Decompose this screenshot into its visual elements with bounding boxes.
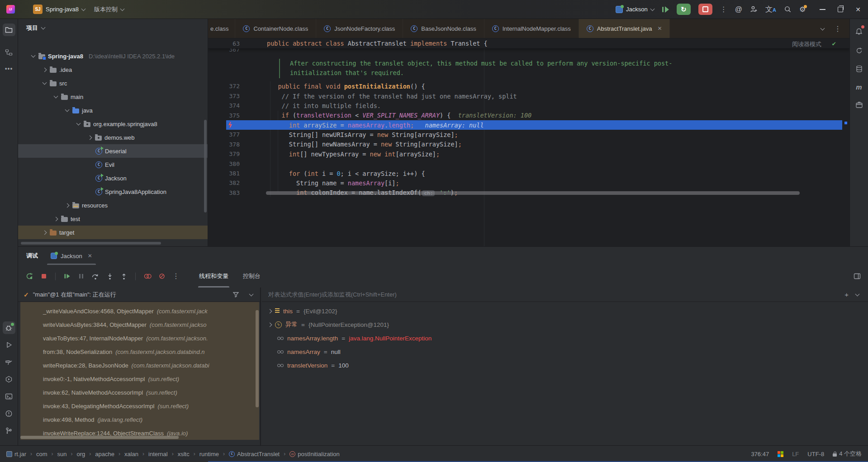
more-tools-icon[interactable]: ••• [5, 65, 13, 72]
breadcrumb-item[interactable]: CAbstractTranslet [229, 451, 280, 457]
code-line[interactable]: 372 public final void postInitialization… [208, 81, 849, 91]
tree-item[interactable]: CJackson [18, 171, 208, 185]
code-line[interactable]: 378 String[] newNamesArray = new String[… [208, 140, 849, 149]
line-number[interactable]: 383 [208, 189, 240, 196]
line-number[interactable]: 382 [208, 179, 240, 186]
notifications-bell-icon[interactable] [853, 24, 865, 37]
run-configuration-selector[interactable]: Jackson [616, 6, 654, 13]
stack-frame-row[interactable]: from:38, NodeSerialization(com.fasterxml… [20, 345, 259, 358]
editor-tab[interactable]: CJsonNodeFactory.class [316, 19, 403, 38]
chevron-down-icon[interactable] [41, 25, 46, 30]
translate-icon[interactable]: 文A [765, 6, 776, 13]
tree-item[interactable]: org.example.springjava8 [18, 117, 208, 131]
tab-options-icon[interactable]: ⋮ [834, 25, 841, 33]
add-user-icon[interactable] [750, 5, 758, 13]
rerun-debug-icon[interactable] [25, 272, 33, 280]
chevron-right-icon[interactable] [268, 322, 272, 327]
tree-item[interactable]: .idea [18, 63, 208, 76]
chevron-right-icon[interactable] [65, 203, 70, 207]
terminal-tool-icon[interactable] [3, 390, 15, 403]
resume-program-icon[interactable] [662, 6, 669, 13]
code-line[interactable]: 382 String name = namesArray[i]; [208, 178, 849, 188]
variable-row[interactable]: transletVersion=100 [262, 358, 868, 372]
code-line[interactable]: 374 // it into multiple fields. [208, 101, 849, 110]
indent-widget[interactable]: 4 个空格 [833, 450, 862, 458]
breadcrumb-item[interactable]: mpostInitialization [289, 451, 340, 457]
breadcrumb-item[interactable]: sun [57, 451, 67, 457]
code-line[interactable]: 377 String[] newURIsArray = new String[a… [208, 130, 849, 139]
code-line[interactable]: 373 // If the version of the translet ha… [208, 91, 849, 101]
more-actions-icon[interactable]: ⋮ [720, 6, 727, 13]
close-icon[interactable]: ✕ [88, 253, 92, 259]
tree-item[interactable]: resources [18, 198, 208, 212]
breadcrumb-item[interactable]: apache [95, 451, 114, 457]
line-number[interactable]: 379 [208, 151, 240, 157]
line-number[interactable]: 378 [208, 141, 240, 148]
tree-item[interactable]: CSpringJava8Application [18, 185, 208, 198]
breadcrumb-item[interactable]: xsltc [178, 451, 190, 457]
evaluate-expression-row[interactable]: 对表达式求值(Enter)或添加监视(Ctrl+Shift+Enter) + [262, 288, 868, 302]
line-number[interactable]: 374 [208, 102, 240, 109]
ai-assistant-icon[interactable]: @ [735, 6, 742, 13]
chevron-down-icon[interactable] [54, 94, 58, 99]
tree-item[interactable]: target [18, 226, 208, 239]
line-number[interactable]: 373 [208, 93, 240, 99]
code-line[interactable]: 381 for (int i = 0; i < arraySize; i++) … [208, 169, 849, 178]
debug-tool-icon[interactable] [3, 321, 15, 334]
debug-view-tab[interactable]: 线程和变量 [198, 265, 229, 288]
tree-item[interactable]: src [18, 76, 208, 90]
chevron-right-icon[interactable] [43, 67, 47, 72]
line-number[interactable]: 381 [208, 170, 240, 177]
breadcrumb-item[interactable]: xalan [124, 451, 138, 457]
debug-session-tab[interactable]: Jackson ✕ [49, 247, 94, 265]
step-over-icon[interactable] [91, 273, 100, 280]
step-into-icon[interactable] [106, 273, 114, 280]
editor-horizontal-scrollbar[interactable] [266, 191, 800, 195]
code-line[interactable]: ϟ int arraySize = namesArray.length; nam… [208, 120, 849, 130]
editor-tab[interactable]: CContainerNode.class [235, 19, 316, 38]
settings-gear-icon[interactable]: ⚙ [799, 6, 806, 13]
sync-tool-icon[interactable] [853, 44, 865, 57]
maven-tool-icon[interactable]: m [853, 80, 865, 93]
stack-frame-row[interactable]: invoke:43, DelegatingMethodAccessorImpl(… [20, 399, 259, 413]
stack-frame-row[interactable]: _writeValueAndClose:4568, ObjectMapper(c… [20, 304, 259, 318]
frames-horizontal-scrollbar[interactable] [20, 436, 179, 439]
breadcrumb-item[interactable]: internal [148, 451, 168, 457]
restore-window-icon[interactable] [838, 7, 843, 12]
project-tool-icon[interactable] [3, 24, 15, 36]
line-number[interactable]: 377 [208, 131, 240, 138]
editor-tab[interactable]: CAbstractTranslet.java✕ [579, 19, 670, 38]
variable-row[interactable]: ϟ异常={NullPointerException@1201} [262, 318, 868, 331]
dependencies-tool-icon[interactable] [853, 99, 865, 111]
chevron-right-icon[interactable] [54, 217, 58, 221]
sticky-header-line[interactable]: 63public abstract class AbstractTranslet… [208, 38, 849, 49]
resume-icon[interactable] [63, 273, 71, 280]
reader-mode-label[interactable]: 阅读器模式 [792, 40, 821, 48]
view-breakpoints-icon[interactable] [143, 273, 152, 280]
chevron-down-icon[interactable] [43, 80, 47, 85]
project-vertical-scrollbar[interactable] [204, 120, 207, 212]
database-tool-icon[interactable] [853, 62, 865, 75]
variable-row[interactable]: namesArray=null [262, 345, 868, 358]
javadoc-comment[interactable]: After constructing the translet object, … [279, 59, 672, 78]
chevron-right-icon[interactable] [43, 230, 47, 235]
chevron-down-icon[interactable] [76, 121, 81, 126]
thread-selector[interactable]: ✓ "main"@1 在组"main": 正在运行 [18, 288, 260, 302]
stack-frame-row[interactable]: writeValueAsBytes:3844, ObjectMapper(com… [20, 318, 259, 331]
mute-breakpoints-icon[interactable] [158, 273, 166, 280]
chevron-right-icon[interactable] [268, 309, 272, 313]
editor-tab[interactable]: CInternalNodeMapper.class [484, 19, 579, 38]
breadcrumb-item[interactable]: com [36, 451, 47, 457]
close-tab-icon[interactable]: ✕ [657, 25, 662, 32]
problems-tool-icon[interactable] [3, 407, 15, 420]
caret-position[interactable]: 376:47 [751, 451, 769, 457]
variable-row[interactable]: namesArray.length=java.lang.NullPointerE… [262, 331, 868, 345]
editor-tab[interactable]: CBaseJsonNode.class [403, 19, 484, 38]
line-number[interactable]: 372 [208, 83, 240, 90]
vcs-widget[interactable]: 版本控制 [94, 5, 124, 14]
tree-item[interactable]: java [18, 104, 208, 117]
chevron-down-icon[interactable] [855, 292, 860, 296]
chevron-right-icon[interactable] [88, 135, 92, 140]
code-line[interactable]: 375 if (transletVersion < VER_SPLIT_NAME… [208, 111, 849, 120]
line-separator-widget[interactable]: LF [792, 451, 799, 457]
